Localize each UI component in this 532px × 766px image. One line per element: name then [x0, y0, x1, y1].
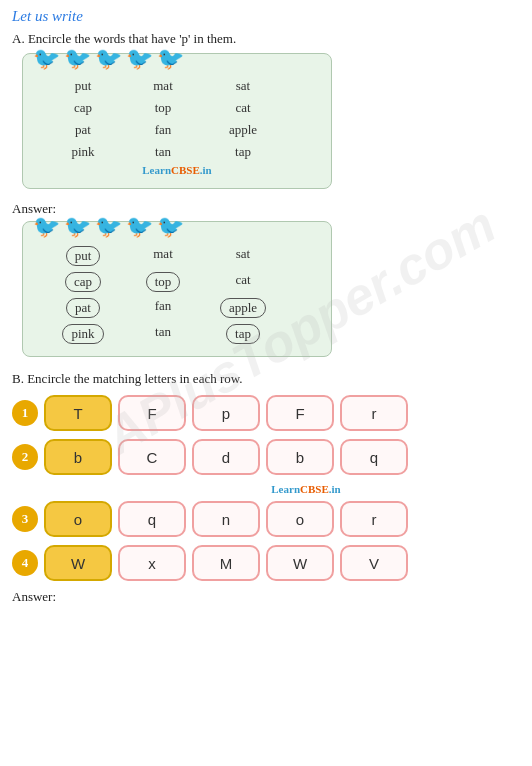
bird-row-answer: 🐦 🐦 🐦 🐦 🐦: [33, 214, 311, 240]
answer-pink: pink: [62, 324, 103, 344]
answer-pat: pat: [66, 298, 100, 318]
letter-3-2: q: [118, 501, 186, 537]
bird-icon: 🐦: [33, 214, 60, 240]
word-cap: cap: [74, 100, 92, 116]
bird-icon: 🐦: [64, 214, 91, 240]
cbse-label: CBSE: [171, 164, 200, 176]
row-number-4: 4: [12, 550, 38, 576]
bird-icon: 🐦: [157, 214, 184, 240]
section-b-instruction: B. Encircle the matching letters in each…: [12, 371, 520, 387]
bird-icon: 🐦: [126, 46, 153, 72]
answer-mat: mat: [153, 246, 173, 266]
dot-in-label: .in: [200, 164, 212, 176]
letter-3-5: r: [340, 501, 408, 537]
row-1: 1 T F p F r: [12, 395, 520, 431]
letter-3-4: o: [266, 501, 334, 537]
learn-label: Learn: [271, 483, 300, 495]
letter-2-4: b: [266, 439, 334, 475]
row-number-3: 3: [12, 506, 38, 532]
page-title: Let us write: [12, 8, 520, 25]
word-pink: pink: [71, 144, 94, 160]
answer-cat: cat: [235, 272, 250, 292]
answer-label-b: Answer:: [12, 589, 520, 605]
word-pat: pat: [75, 122, 91, 138]
letter-2-5: q: [340, 439, 408, 475]
letter-4-5: V: [340, 545, 408, 581]
row-3: 3 o q n o r: [12, 501, 520, 537]
answer-sat: sat: [236, 246, 250, 266]
answer-tan: tan: [155, 324, 171, 344]
bird-icon: 🐦: [95, 46, 122, 72]
row-number-1: 1: [12, 400, 38, 426]
answer-put: put: [66, 246, 101, 266]
word-tap: tap: [235, 144, 251, 160]
letter-2-2: C: [118, 439, 186, 475]
letter-4-3: M: [192, 545, 260, 581]
answer-top: top: [146, 272, 181, 292]
letter-1-1: T: [44, 395, 112, 431]
in-label: .in: [329, 483, 341, 495]
letter-3-3: n: [192, 501, 260, 537]
letter-4-1: W: [44, 545, 112, 581]
bird-icon: 🐦: [33, 46, 60, 72]
letter-1-3: p: [192, 395, 260, 431]
word-apple: apple: [229, 122, 257, 138]
letter-2-3: d: [192, 439, 260, 475]
question-word-box: 🐦 🐦 🐦 🐦 🐦 put mat sat cap top cat pat fa…: [22, 53, 332, 189]
word-put: put: [75, 78, 92, 94]
letter-1-4: F: [266, 395, 334, 431]
question-watermark: LearnCBSE.in: [43, 164, 311, 176]
word-mat: mat: [153, 78, 173, 94]
bird-icon: 🐦: [64, 46, 91, 72]
bird-row-question: 🐦 🐦 🐦 🐦 🐦: [33, 46, 311, 72]
word-top: top: [155, 100, 172, 116]
answer-apple: apple: [220, 298, 266, 318]
row-number-2: 2: [12, 444, 38, 470]
letter-1-5: r: [340, 395, 408, 431]
learn-cbse-label: Learn: [142, 164, 171, 176]
cbse-label2: CBSE: [300, 483, 329, 495]
word-fan: fan: [155, 122, 172, 138]
row-4: 4 W x M W V: [12, 545, 520, 581]
question-words-grid: put mat sat cap top cat pat fan apple pi…: [43, 78, 311, 160]
letter-1-2: F: [118, 395, 186, 431]
bird-icon: 🐦: [157, 46, 184, 72]
bird-icon: 🐦: [126, 214, 153, 240]
answer-fan: fan: [155, 298, 172, 318]
section-b-watermark: LearnCBSE.in: [92, 483, 520, 495]
letter-4-2: x: [118, 545, 186, 581]
letter-2-1: b: [44, 439, 112, 475]
answer-word-box: 🐦 🐦 🐦 🐦 🐦 put mat sat cap top cat pat fa…: [22, 221, 332, 357]
section-a-instruction: A. Encircle the words that have 'p' in t…: [12, 31, 520, 47]
answer-words-grid: put mat sat cap top cat pat fan apple pi…: [43, 246, 311, 344]
row-2: 2 b C d b q: [12, 439, 520, 475]
answer-tap: tap: [226, 324, 260, 344]
letter-3-1: o: [44, 501, 112, 537]
word-sat: sat: [236, 78, 250, 94]
bird-icon: 🐦: [95, 214, 122, 240]
answer-cap: cap: [65, 272, 101, 292]
word-cat: cat: [235, 100, 250, 116]
letter-4-4: W: [266, 545, 334, 581]
word-tan: tan: [155, 144, 171, 160]
